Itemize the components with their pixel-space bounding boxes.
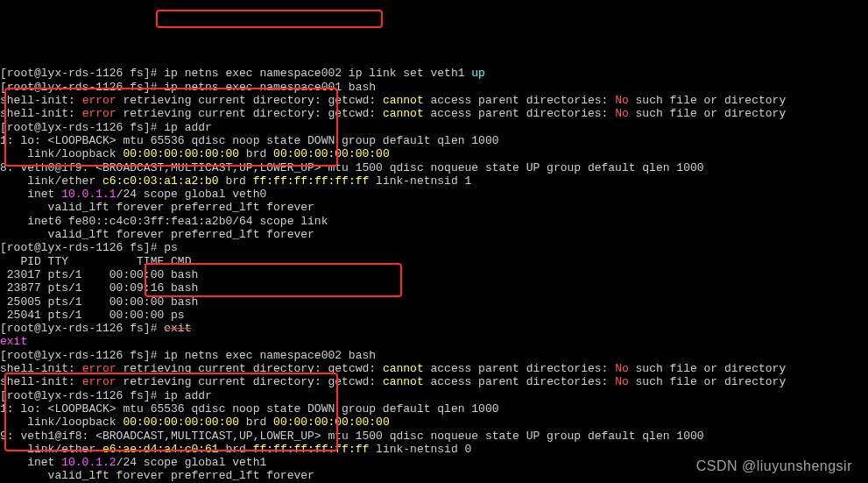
watermark: CSDN @liuyunshengsir	[696, 459, 852, 472]
output-line: inet 10.0.1.1/24 scope global veth0	[0, 188, 868, 201]
cmd-line: [root@lyx-rds-1126 fs]# ip netns exec na…	[0, 349, 868, 362]
output-line: link/ether c6:c0:03:a1:a2:b0 brd ff:ff:f…	[0, 174, 868, 188]
output-line: 8: veth0@if9: <BROADCAST,MULTICAST,UP,LO…	[0, 161, 868, 174]
error-line: shell-init: error retrieving current dir…	[0, 107, 868, 120]
output-line: 1: lo: <LOOPBACK> mtu 65536 qdisc noop s…	[0, 134, 868, 147]
output-line: link/ether e6:ae:d4:a4:c0:61 brd ff:ff:f…	[0, 443, 868, 456]
terminal-output[interactable]: [root@lyx-rds-1126 fs]# ip netns exec na…	[0, 67, 868, 483]
cmd-line: [root@lyx-rds-1126 fs]# ip netns exec na…	[0, 67, 868, 80]
ps-row: 23877 pts/1 00:09:16 bash	[0, 281, 868, 295]
cmd-line: [root@lyx-rds-1126 fs]# exit	[0, 322, 868, 335]
ps-row: 25041 pts/1 00:00:00 ps	[0, 309, 868, 322]
ps-row: 23017 pts/1 00:00:00 bash	[0, 268, 868, 281]
error-line: shell-init: error retrieving current dir…	[0, 375, 868, 388]
ps-row: 25005 pts/1 00:00:00 bash	[0, 295, 868, 309]
output-line: 1: lo: <LOOPBACK> mtu 65536 qdisc noop s…	[0, 402, 868, 416]
cmd-line: [root@lyx-rds-1126 fs]# ip addr	[0, 121, 868, 134]
highlight-box	[156, 13, 383, 28]
output-line: valid_lft forever preferred_lft forever	[0, 201, 868, 214]
output-line: exit	[0, 335, 868, 348]
output-line: inet6 fe80::c4c0:3ff:fea1:a2b0/64 scope …	[0, 215, 868, 228]
output-line: valid_lft forever preferred_lft forever	[0, 228, 868, 241]
cmd-line: [root@lyx-rds-1126 fs]# ps	[0, 241, 868, 254]
ps-header: PID TTY TIME CMD	[0, 255, 868, 268]
error-line: shell-init: error retrieving current dir…	[0, 362, 868, 375]
output-line: link/loopback 00:00:00:00:00:00 brd 00:0…	[0, 147, 868, 160]
output-line: 9: veth1@if8: <BROADCAST,MULTICAST,UP,LO…	[0, 430, 868, 443]
cmd-line: [root@lyx-rds-1126 fs]# ip addr	[0, 389, 868, 402]
error-line: shell-init: error retrieving current dir…	[0, 94, 868, 107]
output-line: link/loopback 00:00:00:00:00:00 brd 00:0…	[0, 416, 868, 429]
cmd-line: [root@lyx-rds-1126 fs]# ip netns exec na…	[0, 81, 868, 94]
